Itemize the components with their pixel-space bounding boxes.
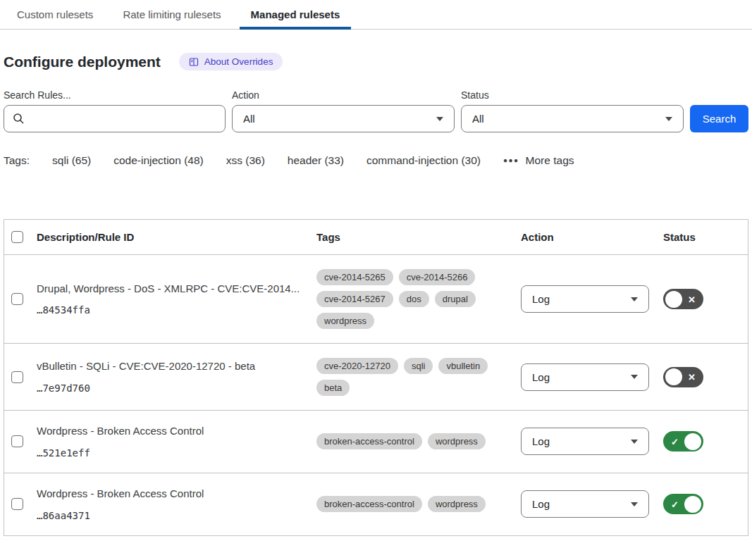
tags-bar-label: Tags: bbox=[4, 154, 30, 167]
tab-custom-rulesets[interactable]: Custom rulesets bbox=[6, 0, 104, 30]
status-select[interactable]: All bbox=[461, 105, 684, 132]
rule-tag: cve-2020-12720 bbox=[316, 358, 398, 374]
search-field: Search Rules... bbox=[4, 89, 226, 132]
toggle-knob bbox=[684, 433, 701, 450]
table-header-row: Description/Rule ID Tags Action Status bbox=[4, 220, 748, 255]
rule-action-select[interactable]: Log bbox=[521, 363, 649, 391]
rule-id: …86aa4371 bbox=[37, 510, 302, 521]
toggle-state-icon: ✕ bbox=[688, 294, 696, 304]
rule-action-value: Log bbox=[532, 371, 550, 383]
search-button[interactable]: Search bbox=[690, 105, 748, 132]
filters-row: Search Rules... Action All Status bbox=[4, 89, 748, 132]
rule-action-value: Log bbox=[532, 435, 550, 447]
rule-description: vBulletin - SQLi - CVE:CVE-2020-12720 - … bbox=[37, 360, 302, 373]
table-row: Wordpress - Broken Access Control …86aa4… bbox=[4, 473, 748, 536]
rule-action-value: Log bbox=[532, 498, 550, 510]
tag-filter-code-injection[interactable]: code-injection (48) bbox=[113, 154, 204, 167]
rule-id: …521e1eff bbox=[37, 447, 302, 459]
row-checkbox[interactable] bbox=[11, 498, 23, 510]
toggle-state-icon: ✓ bbox=[671, 437, 679, 446]
rule-tag: wordpress bbox=[428, 496, 486, 512]
toggle-knob bbox=[665, 368, 682, 385]
select-all-checkbox[interactable] bbox=[11, 231, 23, 243]
toggle-knob bbox=[665, 291, 682, 308]
about-overrides-label: About Overrides bbox=[204, 56, 273, 67]
rule-tag: cve-2014-5266 bbox=[399, 269, 476, 285]
rule-id: …84534ffa bbox=[37, 304, 302, 316]
search-input[interactable] bbox=[4, 105, 226, 132]
rule-action-value: Log bbox=[532, 293, 550, 305]
tag-filter-command-injection[interactable]: command-injection (30) bbox=[366, 154, 481, 167]
tab-rate-limiting-rulesets[interactable]: Rate limiting rulesets bbox=[111, 0, 232, 30]
rule-status-toggle[interactable]: ✓ bbox=[663, 494, 703, 514]
toggle-state-icon: ✕ bbox=[688, 373, 696, 382]
status-field: Status All bbox=[461, 89, 684, 132]
rulesets-tab-bar: Custom rulesets Rate limiting rulesets M… bbox=[0, 0, 752, 30]
rule-status-toggle[interactable]: ✕ bbox=[663, 289, 703, 309]
chevron-down-icon bbox=[631, 297, 638, 301]
table-row: vBulletin - SQLi - CVE:CVE-2020-12720 - … bbox=[4, 344, 748, 411]
rule-action-select[interactable]: Log bbox=[521, 428, 649, 455]
status-select-value: All bbox=[472, 113, 484, 125]
column-header-tags: Tags bbox=[316, 231, 521, 243]
tag-filter-sqli[interactable]: sqli (65) bbox=[52, 154, 91, 167]
about-overrides-badge[interactable]: About Overrides bbox=[179, 53, 283, 70]
column-header-status: Status bbox=[663, 231, 748, 243]
tab-managed-rulesets[interactable]: Managed rulesets bbox=[240, 0, 352, 30]
rule-description: Wordpress - Broken Access Control bbox=[37, 487, 302, 501]
book-icon bbox=[189, 57, 199, 67]
action-select-value: All bbox=[243, 113, 255, 125]
chevron-down-icon bbox=[665, 117, 672, 121]
heading-row: Configure deployment About Overrides bbox=[4, 53, 748, 70]
managed-rulesets-page: Custom rulesets Rate limiting rulesets M… bbox=[0, 0, 752, 560]
action-select[interactable]: All bbox=[232, 105, 455, 132]
rule-status-toggle[interactable]: ✓ bbox=[663, 431, 703, 452]
rule-tag: broken-access-control bbox=[316, 433, 422, 449]
rules-table: Description/Rule ID Tags Action Status D… bbox=[4, 219, 748, 536]
chevron-down-icon bbox=[631, 375, 638, 379]
status-label: Status bbox=[461, 89, 684, 101]
search-icon bbox=[13, 113, 25, 125]
toggle-state-icon: ✓ bbox=[671, 499, 679, 509]
row-checkbox[interactable] bbox=[11, 293, 23, 305]
row-checkbox[interactable] bbox=[11, 371, 23, 383]
rule-action-select[interactable]: Log bbox=[521, 285, 649, 313]
chevron-down-icon bbox=[436, 117, 443, 121]
rule-tag: wordpress bbox=[316, 313, 374, 329]
table-row: Wordpress - Broken Access Control …521e1… bbox=[4, 411, 748, 473]
rule-action-select[interactable]: Log bbox=[521, 490, 649, 518]
ellipsis-icon: ●●● bbox=[503, 157, 519, 164]
table-row: Drupal, Wordpress - DoS - XMLRPC - CVE:C… bbox=[4, 255, 748, 344]
rule-id: …7e97d760 bbox=[37, 382, 302, 394]
page-title: Configure deployment bbox=[4, 54, 161, 70]
more-tags-button[interactable]: ●●● More tags bbox=[503, 154, 574, 167]
rule-description: Drupal, Wordpress - DoS - XMLRPC - CVE:C… bbox=[37, 282, 302, 296]
rule-tag: sqli bbox=[404, 358, 433, 374]
action-label: Action bbox=[232, 89, 455, 101]
rule-tag: drupal bbox=[435, 291, 476, 307]
column-header-action: Action bbox=[521, 231, 663, 243]
row-checkbox[interactable] bbox=[11, 435, 23, 447]
action-field: Action All bbox=[232, 89, 455, 132]
search-label: Search Rules... bbox=[4, 89, 226, 101]
rule-tag: cve-2014-5265 bbox=[316, 269, 393, 285]
tag-filter-xss[interactable]: xss (36) bbox=[226, 154, 265, 167]
tags-bar: Tags: sqli (65) code-injection (48) xss … bbox=[4, 154, 748, 167]
toggle-knob bbox=[684, 496, 701, 513]
more-tags-label: More tags bbox=[526, 154, 574, 167]
chevron-down-icon bbox=[631, 440, 638, 444]
rule-tag: dos bbox=[399, 291, 429, 307]
column-header-description: Description/Rule ID bbox=[37, 231, 316, 243]
rule-tag: broken-access-control bbox=[316, 496, 422, 512]
tag-filter-header[interactable]: header (33) bbox=[288, 154, 344, 167]
rule-status-toggle[interactable]: ✕ bbox=[663, 367, 703, 387]
rule-tag: beta bbox=[316, 380, 350, 396]
rule-tag: wordpress bbox=[428, 433, 486, 449]
rule-tag: vbulletin bbox=[438, 358, 488, 374]
rule-tag: cve-2014-5267 bbox=[316, 291, 393, 307]
rule-description: Wordpress - Broken Access Control bbox=[37, 425, 302, 438]
chevron-down-icon bbox=[631, 502, 638, 506]
